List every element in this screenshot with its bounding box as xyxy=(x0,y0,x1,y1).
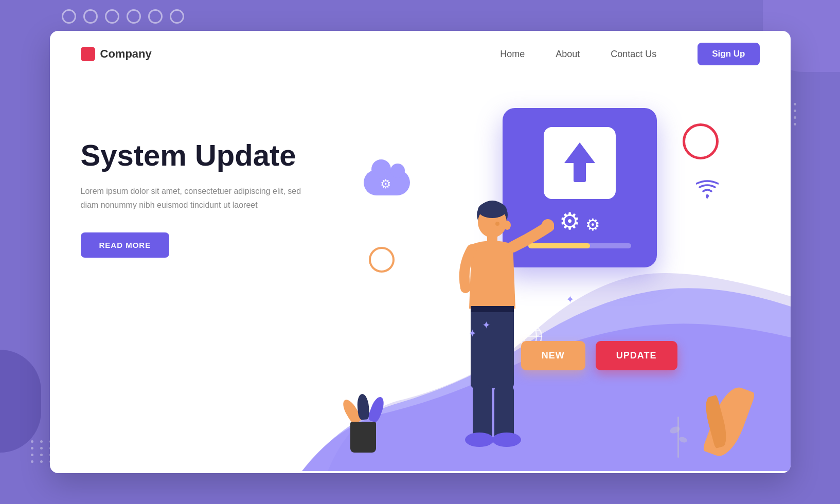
logo-icon xyxy=(81,47,95,61)
logo-text: Company xyxy=(100,47,152,61)
update-button[interactable]: UPDATE xyxy=(596,341,677,370)
sparkle-3: ✦ xyxy=(468,327,477,339)
svg-point-20 xyxy=(495,222,499,226)
bg-circle-5 xyxy=(148,9,163,24)
bg-circle-2 xyxy=(83,9,98,24)
svg-point-19 xyxy=(492,433,521,447)
nav-home-link[interactable]: Home xyxy=(500,49,525,60)
bg-decorative-circles xyxy=(62,9,184,24)
signup-button[interactable]: Sign Up xyxy=(698,43,759,65)
svg-point-18 xyxy=(465,433,494,447)
plant-decoration xyxy=(343,394,383,453)
bg-circle-6 xyxy=(170,9,184,24)
gear-small-icon: ⚙ xyxy=(585,217,600,233)
svg-point-2 xyxy=(706,194,709,197)
hero-left: System Update Lorem ipsum dolor sit amet… xyxy=(81,98,328,258)
nav-contact-link[interactable]: Contact Us xyxy=(611,49,656,60)
svg-point-13 xyxy=(542,219,554,231)
svg-marker-0 xyxy=(564,142,595,178)
sparkle-1: ✦ xyxy=(482,319,491,331)
svg-rect-14 xyxy=(471,306,514,388)
plant-leaves xyxy=(343,394,383,420)
gears-row: ⚙ ⚙ xyxy=(559,209,600,233)
svg-rect-15 xyxy=(471,306,514,312)
nav-links: Home About Contact Us Sign Up xyxy=(500,43,759,65)
orange-circle-decoration xyxy=(369,247,395,273)
bg-circle-1 xyxy=(62,9,76,24)
plant-pot xyxy=(350,422,376,453)
white-plant-stem xyxy=(677,417,679,458)
upload-arrow-icon xyxy=(559,140,600,186)
cloud-gear-icon: ⚙ xyxy=(380,177,391,191)
bg-circle-4 xyxy=(127,9,141,24)
new-button[interactable]: NEW xyxy=(521,341,585,370)
logo-area: Company xyxy=(81,47,152,61)
svg-point-10 xyxy=(478,202,507,218)
upload-icon-box xyxy=(544,127,616,199)
hero-description: Lorem ipsum dolor sit amet, consectetuer… xyxy=(81,184,307,212)
hero-section: System Update Lorem ipsum dolor sit amet… xyxy=(50,77,791,473)
read-more-button[interactable]: READ MORE xyxy=(81,232,170,258)
pink-circle-decoration xyxy=(683,123,719,159)
wifi-icon xyxy=(696,180,719,203)
cloud-gear-decoration: ⚙ xyxy=(364,170,410,195)
hero-right: ⚙ ⚙ xyxy=(328,98,760,473)
nav-about-link[interactable]: About xyxy=(556,49,580,60)
action-buttons: NEW UPDATE xyxy=(521,341,677,370)
bg-blob-left xyxy=(0,350,41,453)
gear-large-icon: ⚙ xyxy=(559,209,580,233)
main-card: Company Home About Contact Us Sign Up Sy… xyxy=(50,31,791,473)
navbar: Company Home About Contact Us Sign Up xyxy=(50,31,791,77)
orange-leaves-decoration xyxy=(713,386,744,458)
svg-point-11 xyxy=(504,221,511,230)
hero-title: System Update xyxy=(81,139,328,172)
svg-rect-1 xyxy=(574,176,586,182)
bg-circle-3 xyxy=(105,9,119,24)
sparkle-2: ✦ xyxy=(566,293,575,305)
